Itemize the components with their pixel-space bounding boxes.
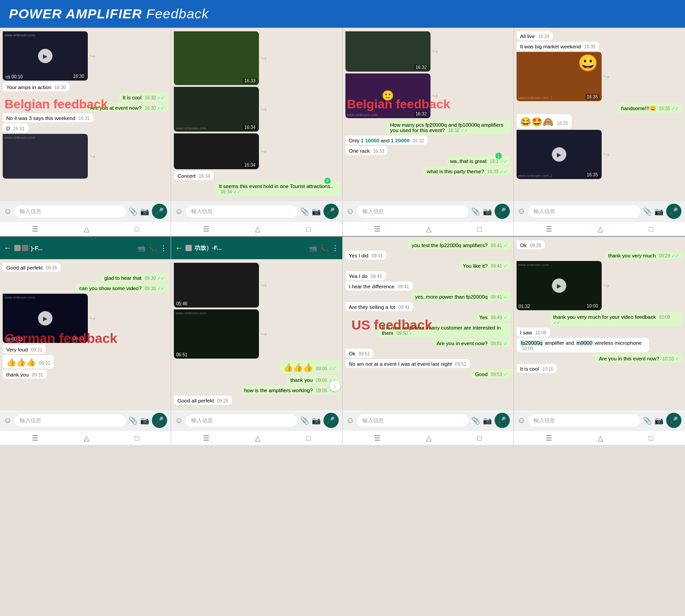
play-button-1[interactable]: ▶ (38, 49, 52, 63)
camera-icon-3b[interactable]: 📷 (483, 416, 492, 425)
nav-home-1b[interactable]: △ (84, 434, 89, 442)
img-crowd3[interactable]: 😀 16:35 www.sinbosen.com-J (517, 52, 602, 101)
img-crowd2[interactable]: 16:32 (345, 31, 431, 72)
back-arrow-2[interactable]: ← (175, 244, 183, 253)
attach-icon-3b[interactable]: 📎 (471, 416, 480, 425)
fwd-l1[interactable]: ↪ (90, 314, 95, 323)
img-outdoor[interactable]: 16:33 (174, 31, 259, 85)
nav-back-3b[interactable]: □ (477, 434, 482, 442)
emoji-icon-3b[interactable]: ☺ (346, 416, 354, 425)
nav-back-4[interactable]: □ (649, 225, 653, 233)
nav-back-2[interactable]: □ (306, 225, 310, 233)
attach-icon-2[interactable]: 📎 (300, 207, 309, 216)
nav-menu-4b[interactable]: ☰ (546, 434, 552, 442)
camera-icon-1b[interactable]: 📷 (140, 416, 149, 425)
attach-icon-2b[interactable]: 📎 (300, 416, 309, 425)
nav-home-4b[interactable]: △ (598, 434, 603, 442)
mic-button-4b[interactable]: 🎤 (666, 413, 681, 428)
video-greenroom[interactable]: ▶ 01:32 10:00 www.sinbosen.com (517, 261, 602, 310)
mic-button-2b[interactable]: 🎤 (323, 413, 339, 428)
input-field-2[interactable]: 輸入信息 (186, 205, 297, 218)
mic-button-3b[interactable]: 🎤 (495, 413, 510, 428)
input-field-3[interactable]: 輸入信息 (357, 205, 469, 218)
nav-menu-4[interactable]: ☰ (546, 225, 552, 233)
attach-icon-4[interactable]: 📎 (643, 207, 652, 216)
attach-icon-1b[interactable]: 📎 (129, 416, 138, 425)
nav-menu-3[interactable]: ☰ (374, 225, 380, 233)
video-thumb-1[interactable]: www.sinbosen.com ▶ 📹 00:10 16:30 (3, 31, 88, 81)
img-amps2[interactable]: 16:34 (174, 133, 259, 169)
input-field-1[interactable]: 輸入信息 (14, 205, 126, 218)
emoji-icon-3[interactable]: ☺ (346, 207, 354, 216)
input-field-1b[interactable]: 輸入信息 (14, 415, 126, 427)
attach-icon-1[interactable]: 📎 (129, 207, 138, 216)
mic-button-1[interactable]: 🎤 (152, 204, 167, 219)
video-stage[interactable]: www.sinbosen.com 06:51 (174, 309, 259, 359)
phone-icon-1[interactable]: 📞 (148, 244, 157, 252)
scroll-indicator-2[interactable]: ↓ (330, 381, 340, 391)
camera-icon-4[interactable]: 📷 (655, 207, 663, 216)
nav-menu-1[interactable]: ☰ (32, 225, 38, 233)
nav-menu-1b[interactable]: ☰ (32, 434, 38, 442)
fwd-3[interactable]: ↪ (261, 147, 267, 156)
camera-icon-4b[interactable]: 📷 (655, 416, 663, 425)
img-thumb-equipment[interactable]: www.sinbosen.com (3, 134, 88, 179)
nav-back-3[interactable]: □ (477, 225, 482, 233)
img-purple[interactable]: 🙂 16:32 www.sinbosen.com (345, 73, 431, 118)
phone-icon-2[interactable]: 📞 (320, 244, 329, 252)
fwd-l2[interactable]: ↪ (261, 281, 267, 290)
attach-icon-3[interactable]: 📎 (471, 207, 480, 216)
emoji-icon-1[interactable]: ☺ (4, 207, 12, 216)
play-button-street[interactable]: ▶ (552, 147, 566, 162)
mic-button-1b[interactable]: 🎤 (152, 413, 167, 428)
video-call-icon-2[interactable]: 📹 (308, 244, 317, 252)
nav-back-1b[interactable]: □ (135, 434, 139, 442)
emoji-icon-2[interactable]: ☺ (175, 207, 183, 216)
nav-home-1[interactable]: △ (84, 225, 89, 233)
play-lights[interactable]: ▶ (38, 311, 52, 325)
nav-menu-2b[interactable]: ☰ (203, 434, 209, 442)
camera-icon-2[interactable]: 📷 (312, 207, 321, 216)
nav-home-4[interactable]: △ (598, 225, 603, 233)
more-icon-2[interactable]: ⋮ (332, 244, 339, 252)
more-icon-1[interactable]: ⋮ (160, 244, 167, 252)
fwd-l4[interactable]: ↪ (603, 282, 609, 290)
input-field-3b[interactable]: 輸入信息 (357, 415, 469, 427)
play-greenroom[interactable]: ▶ (552, 278, 566, 293)
back-arrow-1[interactable]: ← (4, 244, 12, 253)
fwd-c4-2[interactable]: ↪ (603, 150, 609, 159)
camera-icon-2b[interactable]: 📷 (312, 416, 321, 425)
forward-icon-1[interactable]: ↪ (90, 52, 95, 60)
nav-back-2b[interactable]: □ (306, 434, 310, 442)
mic-button-4[interactable]: 🎤 (666, 204, 681, 219)
fwd-2[interactable]: ↪ (261, 105, 267, 114)
video-lights[interactable]: ▶ 📹 00:13 09:31 www.sinbosen.com (3, 294, 88, 343)
attach-icon-4b[interactable]: 📎 (643, 416, 652, 425)
fwd-c2[interactable]: ↪ (432, 92, 438, 100)
mic-button-2[interactable]: 🎤 (323, 204, 339, 219)
emoji-icon-2b[interactable]: ☺ (175, 416, 183, 425)
fwd-l2-2[interactable]: ↪ (261, 330, 267, 338)
fwd-1[interactable]: ↪ (261, 54, 267, 63)
emoji-icon-1b[interactable]: ☺ (4, 416, 12, 425)
camera-icon-1[interactable]: 📷 (140, 207, 149, 216)
camera-icon-3[interactable]: 📷 (483, 207, 492, 216)
nav-back-4b[interactable]: □ (649, 434, 653, 442)
emoji-icon-4b[interactable]: ☺ (517, 416, 526, 425)
emoji-icon-4[interactable]: ☺ (517, 207, 526, 216)
nav-home-3[interactable]: △ (426, 225, 431, 233)
video-street[interactable]: ▶ 16:35 www.sinbosen.com-J (517, 130, 602, 179)
nav-home-2[interactable]: △ (255, 225, 260, 233)
fwd-c1[interactable]: ↪ (432, 47, 438, 56)
nav-menu-3b[interactable]: ☰ (374, 434, 380, 442)
nav-menu-2[interactable]: ☰ (203, 225, 209, 233)
input-field-4[interactable]: 輸入信息 (528, 205, 640, 218)
video-amps[interactable]: 05:46 (174, 263, 259, 308)
nav-home-2b[interactable]: △ (255, 434, 260, 442)
fwd-c4[interactable]: ↪ (603, 73, 609, 81)
input-field-4b[interactable]: 輸入信息 (528, 415, 640, 427)
nav-back-1[interactable]: □ (135, 225, 139, 233)
video-call-icon-1[interactable]: 📹 (137, 244, 146, 252)
img-rack[interactable]: www.sinbosen.com 16:34 (174, 87, 259, 132)
mic-button-3[interactable]: 🎤 (495, 204, 510, 219)
